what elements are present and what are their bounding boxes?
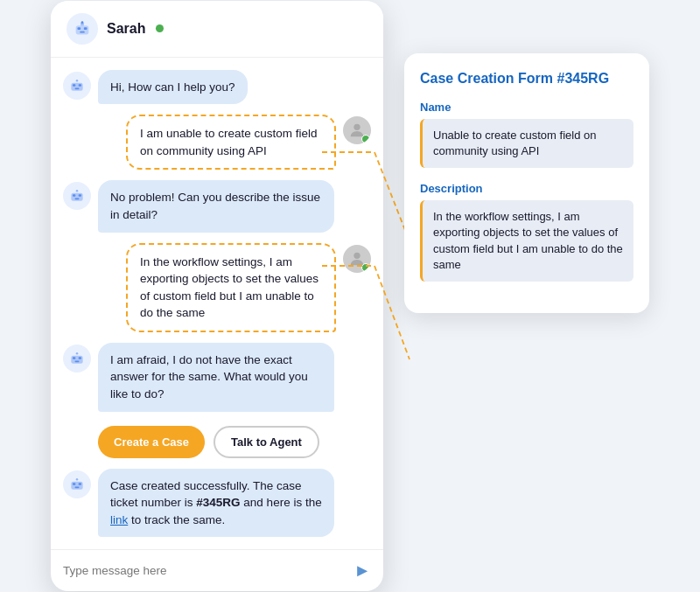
svg-rect-1 (78, 27, 81, 30)
bot-icon-3 (68, 350, 86, 367)
svg-rect-21 (75, 360, 80, 362)
online-indicator (156, 24, 164, 32)
svg-rect-7 (73, 84, 75, 87)
svg-rect-2 (84, 27, 88, 30)
svg-rect-20 (79, 357, 81, 359)
robot-icon (73, 19, 92, 38)
user-online-dot-2 (361, 263, 370, 272)
svg-rect-0 (76, 25, 89, 34)
chat-widget: Sarah Hi, How can I help you? (51, 1, 383, 591)
svg-point-5 (81, 21, 84, 24)
svg-rect-14 (79, 195, 81, 198)
svg-point-11 (354, 124, 360, 130)
svg-point-27 (76, 477, 79, 480)
talk-to-agent-button[interactable]: Talk to Agent (214, 426, 319, 458)
name-label: Name (420, 101, 634, 114)
svg-rect-15 (75, 198, 80, 200)
case-creation-form: Case Creation Form #345RG Name Unable to… (404, 53, 649, 313)
agent-name-text: Sarah (107, 21, 145, 37)
description-value: In the workflow settings, I am exporting… (420, 200, 634, 282)
svg-rect-13 (73, 195, 75, 198)
svg-point-16 (76, 190, 79, 192)
chat-header: Sarah (51, 1, 383, 58)
send-button[interactable]: ► (354, 561, 371, 581)
svg-rect-12 (71, 193, 82, 201)
bot-message-3: I am afraid, I do not have the exact ans… (63, 343, 371, 458)
name-value: Unable to create custom field on communi… (420, 119, 634, 168)
svg-point-10 (76, 80, 79, 82)
user-message-2: In the workflow settings, I am exporting… (63, 243, 371, 332)
bot-message-2: No problem! Can you describe the issue i… (63, 180, 371, 232)
svg-rect-3 (80, 31, 85, 33)
user-avatar-2 (343, 245, 371, 273)
user-bubble-1: I am unable to create custom field on co… (126, 115, 336, 170)
tracking-link[interactable]: link (110, 513, 128, 526)
create-case-button[interactable]: Create a Case (98, 426, 205, 458)
bot-icon-1 (68, 77, 86, 94)
svg-rect-24 (73, 483, 75, 485)
user-message-1: I am unable to create custom field on co… (63, 115, 371, 170)
user-bubble-2: In the workflow settings, I am exporting… (126, 243, 336, 332)
chat-messages: Hi, How can I help you? I am unable to c… (51, 58, 383, 549)
bot-avatar-3 (63, 345, 91, 373)
svg-point-22 (76, 352, 79, 355)
bot-message-4: Case created successfully. The case tick… (63, 469, 371, 538)
message-input[interactable] (63, 564, 346, 577)
form-description-section: Description In the workflow settings, I … (420, 182, 634, 282)
bot-icon-4 (68, 476, 86, 493)
action-buttons: Create a Case Talk to Agent (98, 426, 334, 458)
agent-avatar (66, 13, 98, 45)
svg-rect-25 (79, 483, 81, 485)
chat-input-area: ► (51, 549, 383, 591)
bot-bubble-1: Hi, How can I help you? (98, 70, 248, 105)
bot-bubble-2: No problem! Can you describe the issue i… (98, 180, 334, 232)
form-name-section: Name Unable to create custom field on co… (420, 101, 634, 168)
svg-rect-18 (71, 356, 82, 364)
bot-message-1: Hi, How can I help you? (63, 70, 371, 105)
case-form-title: Case Creation Form #345RG (420, 71, 634, 87)
svg-rect-6 (71, 82, 82, 90)
user-avatar-1 (343, 116, 371, 144)
svg-rect-23 (71, 481, 82, 489)
svg-rect-9 (75, 87, 80, 89)
bot-icon-2 (68, 187, 86, 205)
main-container: Sarah Hi, How can I help you? (33, 0, 667, 592)
svg-rect-8 (79, 84, 81, 87)
bot-avatar-4 (63, 470, 91, 498)
bot-avatar-1 (63, 72, 91, 100)
user-online-dot-1 (361, 135, 370, 143)
svg-rect-26 (75, 486, 80, 488)
bot-bubble-3: I am afraid, I do not have the exact ans… (98, 343, 334, 412)
bot-bubble-4: Case created successfully. The case tick… (98, 469, 334, 538)
svg-rect-19 (73, 357, 75, 359)
description-label: Description (420, 182, 634, 195)
svg-point-17 (354, 252, 360, 258)
bot-avatar-2 (63, 182, 91, 210)
ticket-number: #345RG (196, 496, 240, 509)
